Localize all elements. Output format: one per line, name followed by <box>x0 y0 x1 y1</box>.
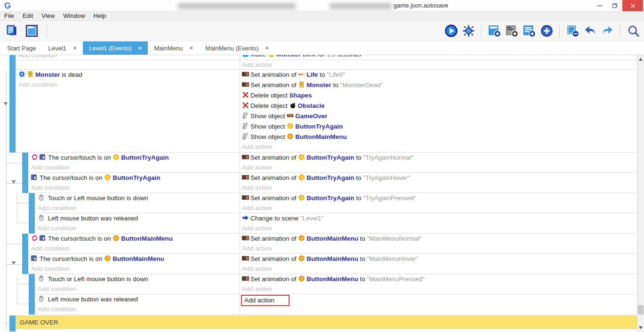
tab-mainmenu-events[interactable]: MainMenu (Events)× <box>199 41 275 55</box>
tab-close-icon[interactable]: × <box>189 45 193 51</box>
search-icon[interactable] <box>626 24 640 38</box>
add-condition-button[interactable]: Add condition <box>18 55 240 60</box>
add-action-button[interactable]: Add action <box>242 183 637 193</box>
add-comment-icon[interactable] <box>522 24 536 38</box>
text: Show object <box>250 123 287 130</box>
preview-play-icon[interactable] <box>444 24 458 38</box>
menu-view[interactable]: View <box>37 11 59 20</box>
add-action-button[interactable]: Add action <box>242 224 637 233</box>
action-line[interactable]: Set animation of Life to "Life0" <box>242 70 637 80</box>
tab-level1-events[interactable]: Level1 (Events)× <box>83 41 148 55</box>
condition-line[interactable]: The cursor/touch is on ButtonTryAgain <box>31 153 240 163</box>
menu-window[interactable]: Window <box>59 11 89 20</box>
condition-line[interactable]: Monster is dead <box>18 70 240 80</box>
action-line[interactable]: Set animation of ButtonMainMenu to "Main… <box>242 274 637 284</box>
tab-close-icon[interactable]: × <box>265 45 269 51</box>
menu-file[interactable]: File <box>0 11 18 20</box>
project-manager-icon[interactable] <box>5 24 19 38</box>
add-action-button[interactable]: Add action <box>242 244 637 253</box>
add-action-button[interactable]: Add action <box>242 60 637 70</box>
object-name: ButtonMainMenu <box>306 235 358 242</box>
add-condition-button[interactable]: Add condition <box>38 224 240 233</box>
event-selection-bar[interactable] <box>9 55 16 70</box>
collapse-arrow-icon[interactable] <box>3 102 8 105</box>
action-line[interactable]: Delete object Shapes <box>242 90 637 101</box>
event-selection-bar[interactable] <box>29 193 35 213</box>
value-text: "Level1" <box>300 215 323 222</box>
action-line[interactable]: Change to scene "Level1" <box>242 213 637 224</box>
minimize-button[interactable] <box>592 0 607 11</box>
scene-editor-icon[interactable] <box>24 24 39 38</box>
add-condition-button[interactable]: Add condition <box>18 80 240 89</box>
close-button[interactable] <box>622 0 643 11</box>
menu-edit[interactable]: Edit <box>18 11 37 20</box>
add-action-button[interactable]: Add action <box>242 203 637 213</box>
conditions-cell: Touch or Left mouse button is downAdd co… <box>35 274 240 294</box>
action-line[interactable]: Set animation of ButtonMainMenu to "Main… <box>242 234 637 244</box>
collapse-arrow-icon[interactable] <box>11 180 16 184</box>
action-line[interactable]: Make Monster blink for 1.5 seconds <box>242 55 637 60</box>
scroll-down-icon[interactable] <box>639 326 643 329</box>
add-condition-button[interactable]: Add condition <box>31 183 240 193</box>
event-selection-bar[interactable] <box>29 274 35 294</box>
comment-text[interactable]: GAME OVER <box>16 316 637 329</box>
add-condition-button[interactable]: Add condition <box>31 264 240 274</box>
add-subevent-icon[interactable] <box>505 24 519 38</box>
event-selection-bar[interactable] <box>9 70 16 153</box>
add-action-button[interactable]: Add action <box>242 284 637 294</box>
conditions-cell: The cursor/touch is on ButtonMainMenuAdd… <box>28 234 240 254</box>
vertical-scrollbar[interactable] <box>637 55 644 332</box>
tab-level1[interactable]: Level1× <box>42 41 83 55</box>
add-condition-button[interactable]: Add condition <box>31 163 240 172</box>
add-condition-button[interactable]: Add condition <box>38 203 240 213</box>
remove-selection-icon[interactable] <box>565 24 580 38</box>
add-action-button[interactable]: Add action <box>242 142 637 152</box>
event-selection-bar[interactable] <box>29 213 35 234</box>
undo-icon[interactable] <box>583 24 597 38</box>
event-selection-bar[interactable] <box>29 294 35 315</box>
action-line[interactable]: Show object ButtonMainMenu <box>242 132 637 142</box>
tab-mainmenu[interactable]: MainMenu× <box>148 41 199 55</box>
condition-line[interactable]: Left mouse button was released <box>38 213 240 224</box>
redo-icon[interactable] <box>600 24 614 38</box>
comment-row[interactable]: GAME OVER <box>0 316 637 329</box>
tab-close-icon[interactable]: × <box>138 45 142 51</box>
action-line[interactable]: Set animation of ButtonTryAgain to "TryA… <box>242 153 637 163</box>
event-selection-bar[interactable] <box>22 173 28 193</box>
scroll-up-icon[interactable] <box>639 58 643 61</box>
add-condition-button[interactable]: Add condition <box>31 244 240 253</box>
scrollbar-thumb[interactable] <box>638 305 644 315</box>
value-text: "MainMenuPressed" <box>367 275 425 283</box>
event-selection-bar[interactable] <box>22 153 28 173</box>
action-line[interactable]: Set animation of ButtonTryAgain to "TryA… <box>242 193 637 203</box>
action-line[interactable]: Set animation of Monster to "MonsterDead… <box>242 80 637 90</box>
add-event-icon[interactable] <box>487 24 501 38</box>
conditions-cell: Left mouse button was releasedAdd condit… <box>35 294 240 315</box>
action-line[interactable]: Show object GameOver <box>242 111 637 121</box>
event-selection-bar[interactable] <box>22 254 28 274</box>
condition-line[interactable]: Touch or Left mouse button is down <box>38 193 240 203</box>
action-line[interactable]: Set animation of ButtonTryAgain to "TryA… <box>242 173 637 183</box>
add-action-button[interactable]: Add action <box>242 163 637 172</box>
restore-button[interactable] <box>607 0 622 11</box>
condition-line[interactable]: The cursor/touch is on ButtonMainMenu <box>31 254 240 264</box>
action-line[interactable]: Set animation of ButtonMainMenu to "Main… <box>242 254 637 264</box>
tab-close-icon[interactable]: × <box>73 45 77 51</box>
event-row: The cursor/touch is on ButtonTryAgainAdd… <box>0 153 637 173</box>
condition-line[interactable]: Left mouse button was released <box>38 294 240 305</box>
add-action-button[interactable]: Add action <box>242 264 637 274</box>
menu-help[interactable]: Help <box>89 11 111 20</box>
add-instruction-icon[interactable] <box>539 24 554 38</box>
debugger-icon[interactable] <box>461 24 475 38</box>
event-selection-bar[interactable] <box>22 234 28 254</box>
condition-line[interactable]: The cursor/touch is on ButtonMainMenu <box>31 234 240 244</box>
condition-line[interactable]: Touch or Left mouse button is down <box>38 274 240 284</box>
action-line[interactable]: Delete object Obstacle <box>242 101 637 111</box>
add-condition-button[interactable]: Add condition <box>38 284 240 294</box>
action-line[interactable]: Show object ButtonTryAgain <box>242 121 637 132</box>
tab-start-page[interactable]: Start Page <box>1 41 42 55</box>
collapse-arrow-icon[interactable] <box>11 261 16 265</box>
add-condition-button[interactable]: Add condition <box>38 305 240 314</box>
add-action-button-highlighted[interactable]: Add action <box>241 295 290 306</box>
condition-line[interactable]: The cursor/touch is on ButtonTryAgain <box>31 173 240 183</box>
